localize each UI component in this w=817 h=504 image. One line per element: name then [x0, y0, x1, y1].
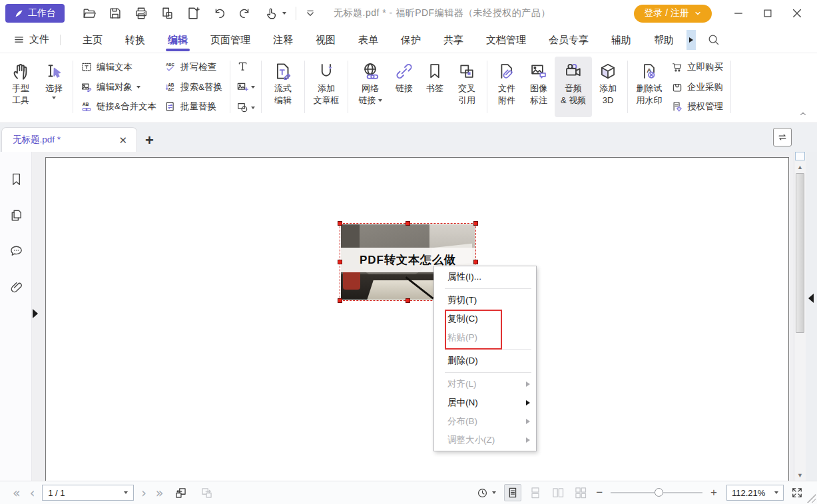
batch-replace-button[interactable]: 批量替换 [164, 99, 222, 115]
resize-handle-ne[interactable] [473, 221, 478, 226]
new-tab-button[interactable]: + [145, 133, 154, 152]
menu-tab-edit[interactable]: 编辑 [156, 27, 199, 53]
image-annotation-button[interactable]: 图像标注 [523, 57, 555, 117]
context-item-delete[interactable]: 删除(D) [434, 352, 536, 370]
resize-handle-w[interactable] [338, 260, 342, 264]
redo-button[interactable] [238, 6, 252, 21]
edit-object-button[interactable]: 编辑对象 [81, 79, 156, 95]
menu-tab-member[interactable]: 会员专享 [537, 27, 600, 53]
file-attachment-button[interactable]: 文件附件 [491, 57, 523, 117]
context-item-copy[interactable]: 复制(C) [434, 310, 536, 328]
menu-tab-comment[interactable]: 注释 [262, 27, 304, 53]
close-button[interactable] [782, 2, 812, 25]
document-tab[interactable]: 无标题.pdf * ✕ [1, 127, 137, 152]
web-link-button[interactable]: 网络链接 [352, 57, 389, 117]
page-minus-button[interactable] [160, 6, 174, 21]
zoom-out-button[interactable]: − [592, 486, 607, 499]
context-item-properties[interactable]: 属性(I)... [434, 268, 536, 286]
remove-trial-watermark-button[interactable]: A 删除试用水印 [631, 57, 667, 117]
bookmarks-panel-button[interactable] [9, 172, 24, 187]
prev-page-button[interactable]: ‹ [25, 487, 40, 499]
page-plus-button[interactable] [186, 6, 200, 21]
menu-tab-protect[interactable]: 保护 [390, 27, 432, 53]
minimize-button[interactable] [724, 2, 753, 25]
context-item-cut[interactable]: 剪切(T) [434, 291, 536, 310]
menu-tab-help[interactable]: 帮助 [643, 27, 685, 53]
context-item-center[interactable]: 居中(N) [434, 393, 536, 412]
edit-text-button[interactable]: 编辑文本 [81, 59, 156, 75]
fullscreen-button[interactable] [790, 486, 804, 499]
add-image-button[interactable] [236, 79, 255, 95]
collapse-toolbar-button[interactable] [303, 6, 318, 21]
first-page-button[interactable]: « [8, 487, 25, 499]
next-page-button[interactable]: › [136, 487, 151, 499]
facing-continuous-view-button[interactable] [572, 484, 589, 501]
link-merge-text-button[interactable]: AB 链接&合并文本 [81, 99, 156, 115]
add-article-box-button[interactable]: 添加文章框 [308, 57, 344, 117]
resize-handle-n[interactable] [406, 221, 410, 226]
menu-tab-form[interactable]: 表单 [347, 27, 390, 53]
vertical-scrollbar[interactable]: ▲ ▼ [794, 152, 806, 481]
resize-handle-nw[interactable] [338, 221, 342, 226]
previous-view-button[interactable] [168, 486, 194, 500]
tab-close-icon[interactable]: ✕ [116, 134, 130, 146]
page-thumbnails-button[interactable] [9, 208, 24, 223]
scrollbar-thumb[interactable] [796, 173, 804, 333]
last-page-button[interactable]: » [151, 487, 168, 499]
zoom-slider[interactable] [611, 492, 702, 493]
license-manage-button[interactable]: 授权管理 [671, 99, 723, 115]
link-button[interactable]: 链接 [389, 57, 419, 117]
undo-button[interactable] [212, 6, 226, 21]
menu-tab-page-manage[interactable]: 页面管理 [199, 27, 262, 53]
zoom-slider-knob[interactable] [655, 488, 663, 497]
single-page-view-button[interactable] [504, 484, 521, 501]
audio-video-button[interactable]: 音频& 视频 [555, 57, 592, 117]
maximize-button[interactable] [753, 2, 782, 25]
facing-view-button[interactable] [549, 484, 567, 501]
menu-tab-home[interactable]: 主页 [71, 27, 114, 53]
pdf-page[interactable] [45, 157, 789, 481]
cross-reference-button[interactable]: 交叉引用 [450, 57, 483, 117]
menu-tab-accessibility[interactable]: 辅助 [600, 27, 643, 53]
bookmark-button[interactable]: 书签 [419, 57, 450, 117]
resize-handle-s[interactable] [406, 298, 410, 303]
scroll-down-arrow[interactable]: ▼ [794, 471, 806, 479]
scroll-up-arrow[interactable]: ▲ [794, 163, 806, 171]
search-replace-button[interactable]: ABAC 搜索&替换 [164, 79, 222, 95]
spell-check-button[interactable]: ABC 拼写检查 [164, 59, 222, 75]
ribbon-collapse-button[interactable] [798, 109, 808, 119]
next-view-button[interactable] [194, 486, 220, 500]
menu-tab-convert[interactable]: 转换 [114, 27, 156, 53]
comments-panel-button[interactable] [9, 244, 24, 259]
page-number-dropdown[interactable]: 1 / 1 [42, 485, 134, 501]
expand-right-panel-handle[interactable] [808, 294, 814, 303]
file-menu-button[interactable]: 文件 [13, 33, 49, 46]
search-button[interactable] [706, 33, 720, 47]
open-file-button[interactable] [82, 6, 97, 21]
zoom-in-button[interactable]: + [706, 486, 721, 499]
read-mode-clock-button[interactable] [476, 487, 501, 499]
add-3d-button[interactable]: 添加3D [592, 57, 624, 117]
flow-edit-button[interactable]: 流式编辑 [265, 57, 301, 117]
enterprise-purchase-button[interactable]: 企业采购 [671, 79, 723, 95]
print-button[interactable] [134, 6, 148, 21]
add-shape-button[interactable] [236, 100, 255, 115]
workbench-button[interactable]: 工作台 [5, 4, 65, 23]
resize-handle-sw[interactable] [338, 298, 342, 303]
zoom-level-dropdown[interactable]: 112.21% [726, 485, 784, 501]
login-button[interactable]: 登录 / 注册 [634, 5, 712, 23]
resize-handle-e[interactable] [473, 260, 478, 264]
switch-tabs-button[interactable] [773, 128, 792, 146]
save-button[interactable] [108, 6, 123, 21]
continuous-view-button[interactable] [527, 484, 544, 501]
menu-tab-share[interactable]: 共享 [432, 27, 475, 53]
add-text-button[interactable] [236, 59, 255, 74]
attachments-panel-button[interactable] [9, 280, 24, 295]
hand-tool-button[interactable]: 手型工具 [3, 57, 39, 117]
expand-left-panel-handle[interactable] [33, 309, 38, 318]
menu-tab-doc-manage[interactable]: 文档管理 [475, 27, 537, 53]
hand-select-button[interactable] [264, 6, 286, 21]
menu-overflow-button[interactable] [686, 30, 696, 50]
select-tool-button[interactable]: 选择 [39, 57, 69, 117]
buy-now-button[interactable]: 立即购买 [671, 59, 723, 75]
